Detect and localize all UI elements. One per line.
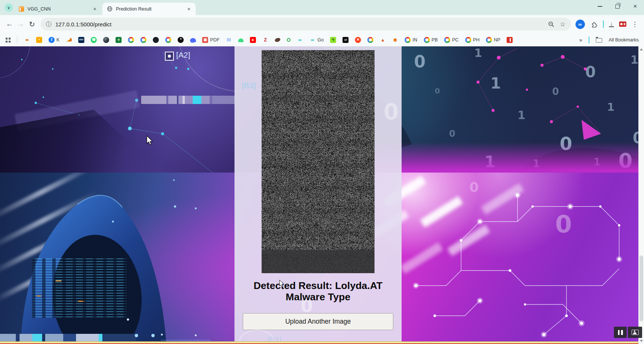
bookmarks-separator: [17, 37, 17, 43]
red-extension-icon[interactable]: [619, 21, 626, 27]
ieee-icon[interactable]: IEEE: [78, 37, 84, 43]
google-icon[interactable]: PH: [465, 37, 480, 43]
lightning-icon[interactable]: ϟ: [330, 37, 336, 43]
scrollbar-thumb[interactable]: [639, 255, 643, 321]
eye-icon[interactable]: ◉: [392, 37, 398, 43]
pdf-icon[interactable]: ▤ PDF: [202, 37, 219, 43]
url-text[interactable]: 127.0.0.1:5000/predict: [55, 21, 111, 28]
bookmark-favicon-icon: [486, 37, 492, 43]
facebook-icon[interactable]: f K: [49, 37, 59, 43]
globe-favicon-icon: [107, 6, 113, 12]
restore-button[interactable]: [609, 0, 626, 13]
bookmark-favicon-icon: [405, 37, 411, 43]
bookmark-favicon-icon: ◉: [392, 37, 398, 43]
google-icon[interactable]: PB: [424, 37, 438, 43]
mouse-cursor-small-icon: [279, 280, 285, 287]
bookmarks-separator-teal: [589, 37, 589, 43]
google-icon[interactable]: IN: [405, 37, 417, 43]
tab-search-chevron-icon[interactable]: ∨: [5, 3, 13, 12]
android-icon[interactable]: [238, 37, 244, 42]
bookmark-favicon-icon: [465, 37, 471, 43]
tab-title: Prediction Result: [116, 6, 183, 12]
bookmark-favicon-icon: Z: [262, 37, 268, 43]
diamonds-icon[interactable]: ◆◆: [24, 37, 30, 43]
github-icon[interactable]: [153, 37, 159, 43]
all-bookmarks-label[interactable]: All Bookmarks: [609, 37, 639, 43]
upload-another-image-button[interactable]: Upload Another Image: [243, 313, 393, 330]
bookmark-favicon-icon: ▶: [250, 37, 256, 43]
bookmark-star-icon[interactable]: ☆: [560, 20, 565, 28]
minimize-button[interactable]: [591, 0, 609, 13]
analytics-icon[interactable]: ▁▄█: [66, 37, 72, 43]
pause-button[interactable]: [614, 327, 627, 338]
address-bar[interactable]: ⓘ 127.0.0.1:5000/predict ☆: [41, 18, 571, 31]
prediction-result-panel: [B3] 0: [234, 46, 402, 344]
extensions-puzzle-icon[interactable]: [590, 20, 598, 28]
vpn-extension-icon[interactable]: ∞: [575, 20, 585, 29]
bookmark-favicon-icon: [128, 37, 134, 43]
forward-icon[interactable]: →: [15, 18, 26, 30]
a2-marker-icon: [165, 52, 174, 61]
menu-kebab-icon[interactable]: ⋮: [632, 20, 638, 28]
oval-icon[interactable]: [275, 38, 280, 42]
bookmark-label: PH: [473, 37, 480, 43]
bookmark-favicon-icon: ▐: [507, 37, 513, 43]
binary-digit: 0: [414, 52, 426, 71]
sheets-icon[interactable]: +: [116, 37, 122, 43]
cl-icon[interactable]: cl: [343, 37, 349, 43]
ads-icon[interactable]: •: [36, 37, 42, 43]
openai-icon[interactable]: *: [178, 37, 184, 43]
whale-icon[interactable]: [190, 37, 196, 43]
tab-strip: ∨ VGG_CNN × Prediction Result × ×: [0, 0, 644, 15]
yandex-icon[interactable]: Я: [355, 37, 361, 43]
whatsapp-icon[interactable]: ☎: [91, 37, 97, 43]
apps-grid-icon[interactable]: [5, 37, 11, 43]
result-line-2: Malware Type: [234, 291, 402, 303]
tab-vgg-cnn[interactable]: VGG_CNN ×: [14, 3, 102, 15]
noise-banding-decoration: [262, 50, 375, 273]
tab-close-icon[interactable]: ×: [186, 6, 192, 12]
bookmarks-overflow-icon[interactable]: »: [579, 37, 582, 43]
google-icon[interactable]: PC: [444, 37, 458, 43]
faint-zero-glyph: 0: [384, 99, 399, 125]
tab-prediction-result[interactable]: Prediction Result ×: [102, 3, 196, 15]
google-icon[interactable]: [367, 37, 373, 43]
downloads-icon[interactable]: ↓: [609, 21, 614, 27]
bookmark-favicon-icon: f: [49, 37, 55, 43]
google-icon[interactable]: NP: [486, 37, 500, 43]
bookmark-favicon-icon: [165, 37, 171, 43]
barcode-icon[interactable]: |||: [226, 37, 232, 43]
matlab-icon[interactable]: ▲: [380, 37, 386, 43]
binary-digit: 1: [607, 101, 614, 113]
detection-result-text: Detected Result: Lolyda.AT Malware Type: [234, 280, 402, 303]
bookmark-favicon-icon: [190, 37, 196, 43]
zotero-icon[interactable]: Z: [262, 37, 268, 43]
result-line-1: Detected Result: Lolyda.AT: [234, 280, 402, 291]
red-door-icon[interactable]: ▐: [507, 37, 513, 43]
person-frame-icon: [632, 330, 639, 335]
zoom-icon[interactable]: [548, 21, 554, 28]
binary-digit: 0: [618, 149, 633, 173]
ring-icon[interactable]: [287, 38, 291, 42]
google-icon[interactable]: [140, 37, 146, 43]
scroll-up-arrow-icon[interactable]: [640, 48, 643, 50]
bookmark-favicon-icon: |||: [226, 37, 232, 43]
scroll-down-arrow-icon[interactable]: [640, 340, 643, 342]
globe-dark-icon[interactable]: [103, 37, 109, 43]
site-info-icon[interactable]: ⓘ: [46, 21, 52, 28]
youtube-icon[interactable]: ▶: [250, 37, 256, 43]
back-icon[interactable]: ←: [4, 18, 15, 30]
subtitle-strip-decoration: [0, 341, 644, 344]
close-button[interactable]: ×: [626, 0, 644, 13]
tab-close-icon[interactable]: ×: [92, 6, 98, 12]
reload-icon[interactable]: ↻: [26, 18, 38, 30]
google-icon[interactable]: [165, 37, 171, 43]
google-icon[interactable]: [128, 37, 134, 43]
bookmark-favicon-icon: [287, 38, 291, 42]
binary-digit: 1: [490, 75, 501, 92]
picture-in-picture-button[interactable]: [628, 327, 642, 338]
binary-digit: 0: [449, 128, 455, 139]
godaddy-icon[interactable]: ∞: [297, 37, 303, 43]
godaddy-icon[interactable]: ∞ Go: [309, 37, 324, 43]
page-scrollbar[interactable]: [638, 46, 644, 344]
